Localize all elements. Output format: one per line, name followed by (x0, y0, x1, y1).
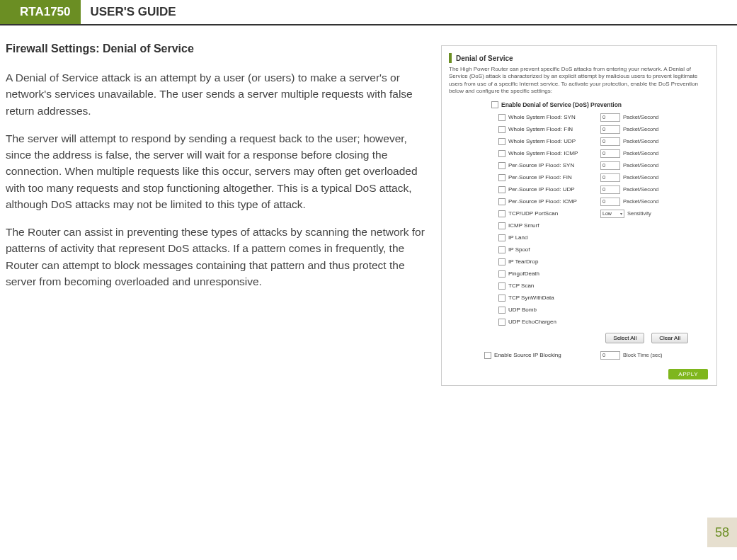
dos-option-row: UDP EchoChargen (449, 317, 709, 327)
value-input[interactable]: 0 (600, 149, 620, 158)
content-area: Firewall Settings: Denial of Service A D… (0, 25, 737, 386)
apply-button[interactable]: APPLY (668, 369, 708, 379)
paragraph: The server will attempt to respond by se… (6, 130, 428, 212)
checkbox-icon[interactable] (498, 307, 505, 314)
value-input[interactable]: 0 (600, 125, 620, 134)
page-number-badge: 58 (707, 518, 737, 547)
header-accent (0, 0, 10, 24)
value-input[interactable]: 0 (600, 198, 620, 206)
dos-option-row: Whole System Flood: SYN0Packet/Second (449, 113, 709, 122)
clear-all-button[interactable]: Clear All (651, 333, 688, 343)
select-clear-row: Select All Clear All (449, 333, 688, 343)
paragraph: A Denial of Service attack is an attempt… (6, 69, 428, 119)
screenshot-figure: Denial of Service The High Power Router … (441, 45, 717, 386)
portscan-row: TCP/UDP PortScan Low ▾ Sensitivity (449, 209, 709, 219)
checkbox-icon[interactable] (498, 198, 505, 205)
apply-row: APPLY (449, 369, 709, 379)
row-unit: Packet/Second (623, 150, 658, 156)
checkbox-icon[interactable] (498, 162, 505, 169)
dos-option-row: IP Land (449, 233, 709, 243)
checkbox-icon[interactable] (498, 282, 505, 290)
row-label: Per-Source IP Flood: SYN (508, 162, 600, 168)
fig-section-title: Denial of Service (456, 55, 513, 62)
dos-option-row: UDP Bomb (449, 305, 709, 315)
checkbox-icon[interactable] (498, 138, 505, 145)
row-label: TCP SynWithData (508, 295, 600, 301)
row-unit: Packet/Second (623, 162, 658, 168)
text-column: Firewall Settings: Denial of Service A D… (6, 42, 428, 386)
row-unit: Packet/Second (623, 186, 658, 193)
checkbox-icon[interactable] (498, 186, 505, 193)
checkbox-icon[interactable] (498, 295, 505, 302)
row-label: ICMP Smurf (508, 222, 600, 229)
source-ip-block-row: Enable Source IP Blocking 0 Block Time (… (449, 350, 709, 360)
row-unit: Packet/Second (623, 114, 658, 120)
dos-option-row: Whole System Flood: ICMP0Packet/Second (449, 149, 709, 159)
row-label: IP Land (508, 234, 600, 241)
row-label: IP TearDrop (508, 258, 600, 265)
checkbox-icon[interactable] (498, 126, 505, 133)
checkbox-icon[interactable] (498, 270, 505, 278)
dos-option-row: Per-Source IP Flood: SYN0Packet/Second (449, 161, 709, 171)
row-label: PingofDeath (508, 270, 600, 277)
row-unit: Packet/Second (623, 174, 658, 181)
dos-option-row: Whole System Flood: FIN0Packet/Second (449, 125, 709, 135)
value-input[interactable]: 0 (600, 185, 620, 194)
dos-option-row: PingofDeath (449, 269, 709, 279)
checkbox-icon[interactable] (498, 319, 505, 326)
dos-option-row: Whole System Flood: UDP0Packet/Second (449, 137, 709, 147)
row-unit: Packet/Second (623, 198, 658, 205)
value-input[interactable]: 0 (600, 351, 620, 360)
row-label: Whole System Flood: FIN (508, 126, 600, 132)
checkbox-icon[interactable] (498, 150, 505, 157)
row-unit: Packet/Second (623, 126, 658, 132)
checkbox-icon[interactable] (484, 352, 491, 359)
chevron-down-icon: ▾ (620, 211, 622, 216)
row-label: TCP Scan (508, 282, 600, 289)
value-input[interactable]: 0 (600, 137, 620, 146)
value-input[interactable]: 0 (600, 113, 620, 122)
doc-header: RTA1750 USER'S GUIDE (0, 0, 737, 25)
value-input[interactable]: 0 (600, 161, 620, 170)
dos-option-row: Per-Source IP Flood: ICMP0Packet/Second (449, 197, 709, 207)
paragraph: The Router can assist in preventing thes… (6, 224, 428, 290)
master-enable-row[interactable]: Enable Denial of Service (DoS) Preventio… (491, 101, 709, 108)
page-title: Firewall Settings: Denial of Service (6, 42, 428, 55)
checkbox-icon[interactable] (498, 246, 505, 253)
fig-section-header: Denial of Service (449, 53, 709, 63)
row-label: UDP Bomb (508, 307, 600, 313)
row-label: IP Spoof (508, 246, 600, 253)
dos-option-row: Per-Source IP Flood: UDP0Packet/Second (449, 185, 709, 195)
dos-option-row: TCP Scan (449, 281, 709, 291)
dos-option-row: ICMP Smurf (449, 221, 709, 231)
checkbox-icon[interactable] (498, 210, 505, 217)
row-label: Whole System Flood: SYN (508, 114, 600, 120)
row-label: Whole System Flood: UDP (508, 138, 600, 144)
row-unit: Sensitivity (627, 210, 651, 217)
checkbox-icon[interactable] (498, 234, 505, 241)
fig-description: The High Power Router can prevent specif… (449, 66, 709, 96)
checkbox-icon[interactable] (498, 258, 505, 265)
value-input[interactable]: 0 (600, 173, 620, 182)
checkbox-icon[interactable] (498, 114, 505, 121)
row-unit: Block Time (sec) (623, 352, 662, 358)
checkbox-icon[interactable] (498, 174, 505, 181)
master-enable-label: Enable Denial of Service (DoS) Preventio… (501, 101, 622, 108)
checkbox-icon[interactable] (498, 222, 505, 229)
dos-option-row: TCP SynWithData (449, 293, 709, 303)
select-all-button[interactable]: Select All (605, 333, 644, 343)
row-label: Per-Source IP Flood: UDP (508, 186, 600, 193)
row-label: Whole System Flood: ICMP (508, 150, 600, 156)
row-label: UDP EchoChargen (508, 319, 600, 325)
dos-option-row: Per-Source IP Flood: FIN0Packet/Second (449, 173, 709, 183)
dos-option-row: IP Spoof (449, 245, 709, 255)
row-label: TCP/UDP PortScan (508, 210, 600, 217)
row-label: Enable Source IP Blocking (494, 352, 600, 358)
guide-title: USER'S GUIDE (81, 0, 186, 24)
row-label: Per-Source IP Flood: FIN (508, 174, 600, 181)
dos-option-row: IP TearDrop (449, 257, 709, 267)
checkbox-icon[interactable] (491, 101, 498, 108)
row-unit: Packet/Second (623, 138, 658, 144)
model-badge: RTA1750 (10, 0, 81, 24)
sensitivity-select[interactable]: Low ▾ (600, 210, 624, 218)
